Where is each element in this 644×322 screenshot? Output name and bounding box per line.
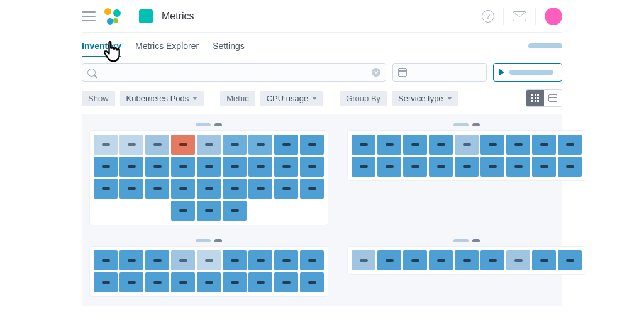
- inventory-tile[interactable]: [223, 179, 247, 199]
- help-icon[interactable]: ?: [482, 10, 494, 23]
- inventory-tile[interactable]: [197, 157, 221, 177]
- inventory-tile[interactable]: [171, 157, 195, 177]
- inventory-tile[interactable]: [223, 272, 247, 292]
- inventory-tile[interactable]: [248, 272, 272, 292]
- inventory-tile[interactable]: [455, 250, 479, 270]
- view-list-button[interactable]: [544, 90, 562, 106]
- inventory-tile[interactable]: [377, 135, 401, 155]
- inventory-tile[interactable]: [145, 135, 169, 155]
- inventory-tile[interactable]: [532, 250, 556, 270]
- inventory-tile[interactable]: [506, 135, 530, 155]
- inventory-tile[interactable]: [300, 179, 324, 199]
- tile-group: [89, 246, 328, 297]
- calendar-icon: [398, 68, 407, 77]
- inventory-tile[interactable]: [274, 157, 298, 177]
- inventory-tile[interactable]: [429, 157, 453, 177]
- inventory-tile[interactable]: [119, 272, 143, 292]
- inventory-tile[interactable]: [274, 179, 298, 199]
- inventory-tile[interactable]: [94, 272, 118, 292]
- inventory-tile[interactable]: [197, 179, 221, 199]
- inventory-tile[interactable]: [94, 157, 118, 177]
- date-picker[interactable]: [392, 63, 487, 82]
- inventory-tile[interactable]: [455, 157, 479, 177]
- inventory-tile[interactable]: [171, 179, 195, 199]
- inventory-tile[interactable]: [119, 179, 143, 199]
- inventory-tile[interactable]: [197, 272, 221, 292]
- tab-inventory[interactable]: Inventory: [82, 35, 121, 57]
- inventory-tile[interactable]: [248, 157, 272, 177]
- inventory-tile[interactable]: [480, 250, 504, 270]
- inventory-tile[interactable]: [352, 135, 375, 155]
- inventory-tile[interactable]: [377, 157, 401, 177]
- inventory-panel: [347, 239, 586, 297]
- inventory-tile[interactable]: [248, 250, 272, 270]
- inventory-tile[interactable]: [403, 157, 427, 177]
- filter-show-value[interactable]: Kubernetes Pods: [120, 91, 204, 106]
- inventory-tile[interactable]: [119, 157, 143, 177]
- inventory-tile[interactable]: [94, 135, 118, 155]
- inventory-tile[interactable]: [223, 135, 247, 155]
- tab-settings[interactable]: Settings: [213, 35, 245, 57]
- inventory-tile[interactable]: [558, 135, 582, 155]
- inventory-tile[interactable]: [145, 179, 169, 199]
- inventory-tile[interactable]: [145, 157, 169, 177]
- inventory-tile[interactable]: [455, 135, 479, 155]
- inventory-tile[interactable]: [403, 250, 427, 270]
- news-icon[interactable]: [513, 11, 526, 21]
- inventory-tile[interactable]: [248, 179, 272, 199]
- chevron-down-icon: [447, 97, 452, 100]
- inventory-tile[interactable]: [94, 250, 118, 270]
- auto-refresh-button[interactable]: [493, 63, 562, 82]
- inventory-tile[interactable]: [274, 250, 298, 270]
- inventory-tile[interactable]: [300, 157, 324, 177]
- inventory-tile[interactable]: [197, 135, 221, 155]
- inventory-tile[interactable]: [94, 179, 118, 199]
- inventory-tile[interactable]: [300, 272, 324, 292]
- inventory-tile[interactable]: [352, 157, 375, 177]
- inventory-tile[interactable]: [532, 135, 556, 155]
- inventory-tile[interactable]: [532, 157, 556, 177]
- filter-metric-value[interactable]: CPU usage: [260, 91, 323, 106]
- inventory-tile[interactable]: [171, 272, 195, 292]
- inventory-tile[interactable]: [300, 250, 324, 270]
- inventory-tile[interactable]: [197, 201, 221, 221]
- inventory-tile[interactable]: [558, 250, 582, 270]
- inventory-tile[interactable]: [506, 250, 530, 270]
- view-grid-button[interactable]: [526, 90, 544, 106]
- filter-groupby-value[interactable]: Service type: [392, 91, 458, 106]
- elastic-logo[interactable]: [104, 8, 121, 25]
- inventory-tile[interactable]: [480, 135, 504, 155]
- search-input[interactable]: ✕: [82, 63, 386, 82]
- inventory-tile[interactable]: [119, 135, 143, 155]
- inventory-tile[interactable]: [480, 157, 504, 177]
- inventory-tile[interactable]: [506, 157, 530, 177]
- inventory-tile[interactable]: [274, 272, 298, 292]
- panel-title-skeleton: [196, 123, 211, 126]
- inventory-tile[interactable]: [558, 157, 582, 177]
- panel-count-skeleton: [214, 123, 222, 126]
- inventory-tile[interactable]: [119, 250, 143, 270]
- clear-search-icon[interactable]: ✕: [372, 68, 380, 77]
- inventory-tile[interactable]: [352, 250, 375, 270]
- user-avatar[interactable]: [545, 8, 562, 25]
- inventory-tile[interactable]: [429, 135, 453, 155]
- inventory-tile[interactable]: [171, 250, 195, 270]
- inventory-tile[interactable]: [223, 157, 247, 177]
- inventory-tile[interactable]: [274, 135, 298, 155]
- inventory-tile[interactable]: [248, 135, 272, 155]
- search-icon: [87, 69, 96, 77]
- inventory-tile[interactable]: [429, 250, 453, 270]
- inventory-tile[interactable]: [300, 135, 324, 155]
- inventory-tile[interactable]: [377, 250, 401, 270]
- inventory-tile[interactable]: [403, 135, 427, 155]
- inventory-tile[interactable]: [145, 250, 169, 270]
- panel-title-skeleton: [453, 239, 469, 242]
- inventory-tile[interactable]: [145, 272, 169, 292]
- inventory-tile[interactable]: [197, 250, 221, 270]
- inventory-tile[interactable]: [171, 135, 195, 155]
- inventory-tile[interactable]: [171, 201, 195, 221]
- tab-metrics-explorer[interactable]: Metrics Explorer: [135, 35, 199, 57]
- inventory-tile[interactable]: [223, 250, 247, 270]
- inventory-tile[interactable]: [223, 201, 247, 221]
- menu-toggle[interactable]: [82, 11, 96, 21]
